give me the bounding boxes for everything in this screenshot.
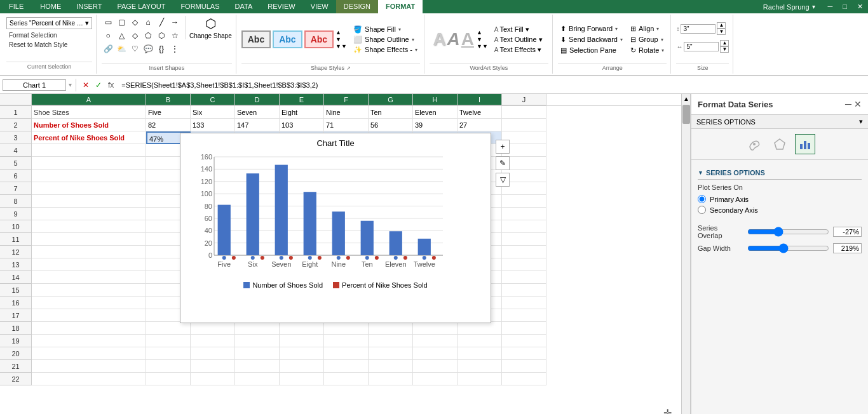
cell-r21-c7[interactable] (369, 360, 413, 373)
cell-r7-c1[interactable] (32, 182, 146, 195)
tab-file[interactable]: FILE (0, 0, 32, 13)
cell-r1-c9[interactable]: Twelve (458, 106, 502, 119)
shape-styles-scroll-down[interactable]: ▼ (336, 36, 347, 43)
cell-r17-c1[interactable] (32, 309, 146, 322)
row-header-15[interactable]: 15 (0, 284, 32, 297)
tab-view[interactable]: VIEW (303, 0, 336, 13)
shape-outline-dropdown-arrow[interactable]: ▾ (412, 37, 414, 43)
group-arrow[interactable]: ▾ (661, 37, 663, 43)
row-header-18[interactable]: 18 (0, 322, 32, 335)
cell-r2-c3[interactable]: 133 (191, 119, 235, 131)
send-backward-arrow[interactable]: ▾ (620, 37, 623, 43)
abc-btn-2[interactable]: Abc (273, 30, 302, 48)
row-header-12[interactable]: 12 (0, 246, 32, 258)
tab-formulas[interactable]: FORMULAS (173, 0, 227, 13)
row-header-21[interactable]: 21 (0, 360, 32, 373)
cell-r1-c7[interactable]: Ten (369, 106, 413, 119)
height-up-btn[interactable]: ▲ (717, 22, 726, 29)
cell-r21-c5[interactable] (280, 360, 324, 373)
close-btn[interactable]: ✕ (852, 0, 868, 13)
rp-gap-width-slider[interactable] (747, 243, 829, 253)
cell-r16-c1[interactable] (32, 297, 146, 309)
scroll-track[interactable] (682, 125, 690, 414)
wa-letter-a1[interactable]: A (433, 29, 445, 50)
vertical-scrollbar[interactable]: ▲ ▼ (681, 94, 690, 414)
cell-r22-c2[interactable] (146, 373, 191, 385)
shape-triangle-btn[interactable]: △ (115, 29, 128, 42)
cell-r10-c1[interactable] (32, 220, 146, 233)
cell-r10-c10[interactable] (502, 220, 546, 233)
shape-outline-btn[interactable]: ⬜ Shape Outline ▾ (351, 35, 420, 44)
cell-r2-c6[interactable]: 71 (324, 119, 369, 131)
row-header-11[interactable]: 11 (0, 233, 32, 246)
cell-r21-c4[interactable] (235, 360, 280, 373)
shape-fill-btn[interactable]: 🪣 Shape Fill ▾ (351, 25, 420, 34)
cell-r19-c1[interactable] (32, 335, 146, 347)
cell-r20-c9[interactable] (458, 347, 502, 360)
shape-more-btn[interactable]: ⋮ (168, 43, 181, 55)
align-arrow[interactable]: ▾ (656, 26, 659, 32)
row-header-6[interactable]: 6 (0, 170, 32, 182)
width-input[interactable] (684, 42, 719, 51)
cell-r6-c1[interactable] (32, 170, 146, 182)
cell-r21-c2[interactable] (146, 360, 191, 373)
shape-styles-expand[interactable]: ▼▼ (336, 43, 347, 50)
shape-parallelogram-btn[interactable]: ◇ (128, 16, 141, 29)
cell-r19-c7[interactable] (369, 335, 413, 347)
reset-to-match-btn[interactable]: Reset to Match Style (6, 40, 70, 50)
cell-r18-c10[interactable] (502, 322, 546, 335)
chart-add-btn[interactable]: + (496, 140, 510, 154)
shape-arrow-btn[interactable]: → (168, 16, 181, 29)
shape-styles-dialog-btn[interactable]: ↗ (346, 65, 351, 71)
cell-r19-c6[interactable] (324, 335, 369, 347)
cell-r20-c5[interactable] (280, 347, 324, 360)
confirm-formula-btn[interactable]: ✓ (93, 79, 104, 91)
cell-r20-c4[interactable] (235, 347, 280, 360)
rp-primary-axis-radio[interactable] (698, 195, 706, 203)
cell-r1-c3[interactable]: Six (191, 106, 235, 119)
col-header-h[interactable]: H (413, 94, 458, 105)
cell-r14-c1[interactable] (32, 271, 146, 284)
change-shape-btn[interactable]: Change Shape (189, 32, 232, 39)
row-header-19[interactable]: 19 (0, 335, 32, 347)
wa-letter-a2[interactable]: A (447, 29, 460, 50)
shape-brace-btn[interactable]: {} (155, 43, 168, 55)
scroll-up-btn[interactable]: ▲ (682, 94, 690, 104)
row-header-14[interactable]: 14 (0, 271, 32, 284)
shape-rect-btn[interactable]: ▭ (102, 16, 114, 29)
col-header-e[interactable]: E (280, 94, 324, 105)
row-header-1[interactable]: 1 (0, 106, 32, 119)
shape-pentagon-btn[interactable]: ⬠ (142, 29, 154, 42)
row-header-8[interactable]: 8 (0, 195, 32, 208)
shape-hexagon-btn[interactable]: ⬡ (155, 29, 168, 42)
send-backward-btn[interactable]: ⬇ Send Backward ▾ (558, 35, 625, 44)
shape-line-btn[interactable]: ╱ (155, 16, 168, 29)
cell-r1-c5[interactable]: Eight (280, 106, 324, 119)
cell-r2-c7[interactable]: 56 (369, 119, 413, 131)
minimize-btn[interactable]: ─ (823, 0, 838, 13)
text-fill-btn[interactable]: A Text Fill ▾ (492, 25, 545, 34)
cell-r1-c10[interactable] (502, 106, 546, 119)
cell-r19-c8[interactable] (413, 335, 458, 347)
wa-letter-a3[interactable]: A (461, 29, 474, 50)
rp-series-overlap-input[interactable] (833, 227, 862, 237)
cell-r18-c3[interactable] (191, 322, 235, 335)
rp-pentagon-btn[interactable] (770, 134, 790, 154)
tab-page-layout[interactable]: PAGE LAYOUT (109, 0, 173, 13)
shape-freeform-btn[interactable]: 🔗 (102, 43, 114, 55)
cell-r22-c1[interactable] (32, 373, 146, 385)
tab-home[interactable]: HOME (32, 0, 69, 13)
row-header-17[interactable]: 17 (0, 309, 32, 322)
cell-r21-c6[interactable] (324, 360, 369, 373)
abc-btn-1[interactable]: Abc (241, 30, 271, 48)
cell-r18-c5[interactable] (280, 322, 324, 335)
row-header-22[interactable]: 22 (0, 373, 32, 385)
tab-design[interactable]: DESIGN (336, 0, 378, 13)
cell-r12-c10[interactable] (502, 246, 546, 258)
chart-filter-btn[interactable]: ▽ (496, 173, 510, 187)
insert-function-btn[interactable]: fx (105, 79, 116, 91)
rp-barchart-btn[interactable] (795, 134, 815, 154)
shape-effects-dropdown-arrow[interactable]: ▾ (415, 47, 417, 53)
cell-r2-c2[interactable]: 82 (146, 119, 191, 131)
cell-r17-c10[interactable] (502, 309, 546, 322)
